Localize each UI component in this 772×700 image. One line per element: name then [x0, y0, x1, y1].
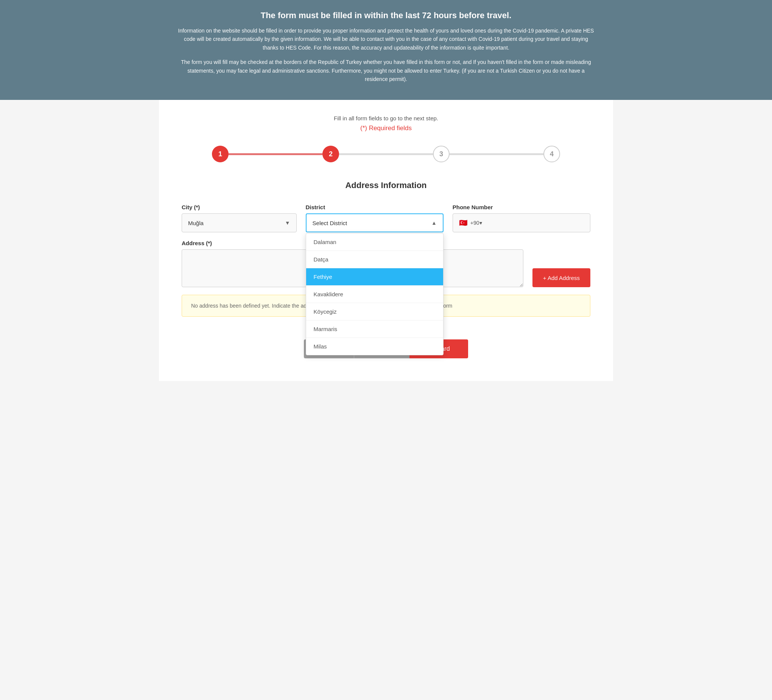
fill-note: Fill in all form fields to go to the nex…: [182, 115, 590, 121]
main-content: Fill in all form fields to go to the nex…: [159, 100, 613, 381]
step-1-number: 1: [218, 150, 222, 158]
district-option-koycegiz[interactable]: Köycegiz: [306, 303, 443, 321]
city-group: City (*) Muğla ▼: [182, 204, 297, 232]
step-line-2: [339, 153, 433, 155]
step-4-circle: 4: [543, 146, 560, 162]
city-value: Muğla: [188, 220, 204, 226]
city-label: City (*): [182, 204, 297, 210]
city-select[interactable]: Muğla ▼: [182, 213, 297, 232]
step-1-wrapper: 1: [212, 146, 322, 162]
district-arrow-icon: ▲: [432, 220, 437, 226]
district-option-dalaman[interactable]: Dalaman: [306, 234, 443, 251]
header-para1: Information on the website should be fil…: [178, 26, 594, 52]
district-option-marmaris[interactable]: Marmaris: [306, 321, 443, 338]
phone-label: Phone Number: [453, 204, 590, 210]
step-3-wrapper: 3: [433, 146, 543, 162]
city-district-phone-row: City (*) Muğla ▼ District Select Distric…: [182, 204, 590, 232]
header-banner: The form must be filled in within the la…: [0, 0, 772, 100]
header-title: The form must be filled in within the la…: [15, 11, 757, 20]
district-option-fethiye[interactable]: Fethiye: [306, 268, 443, 286]
phone-input[interactable]: 🇹🇷 +90▾: [453, 213, 590, 232]
district-select[interactable]: Select District ▲: [306, 213, 443, 232]
step-3-number: 3: [439, 150, 443, 158]
district-option-datca[interactable]: Datça: [306, 251, 443, 268]
district-placeholder: Select District: [312, 220, 347, 226]
required-note: (*) Required fields: [182, 124, 590, 132]
section-title: Address Information: [182, 180, 590, 190]
turkey-flag-icon: 🇹🇷: [459, 219, 467, 227]
step-2-wrapper: 2: [322, 146, 433, 162]
city-arrow-icon: ▼: [285, 220, 290, 226]
district-label: District: [306, 204, 443, 210]
header-para2: The form you will fill may be checked at…: [178, 58, 594, 83]
district-dropdown: Dalaman Datça Fethiye Kavaklidere Köyceg…: [306, 233, 443, 355]
phone-group: Phone Number 🇹🇷 +90▾: [453, 204, 590, 232]
step-4-number: 4: [550, 150, 554, 158]
step-2-number: 2: [329, 150, 333, 158]
step-line-3: [450, 153, 543, 155]
progress-bar: 1 2 3 4: [182, 146, 590, 162]
phone-code: +90▾: [470, 220, 482, 226]
step-2-circle: 2: [322, 146, 339, 162]
district-option-milas[interactable]: Milas: [306, 338, 443, 355]
district-option-kavaklidere[interactable]: Kavaklidere: [306, 286, 443, 303]
step-line-1: [229, 153, 322, 155]
add-address-button[interactable]: + Add Address: [532, 268, 590, 287]
step-1-circle: 1: [212, 146, 229, 162]
district-group: District Select District ▲ Dalaman Datça…: [306, 204, 443, 232]
step-3-circle: 3: [433, 146, 450, 162]
